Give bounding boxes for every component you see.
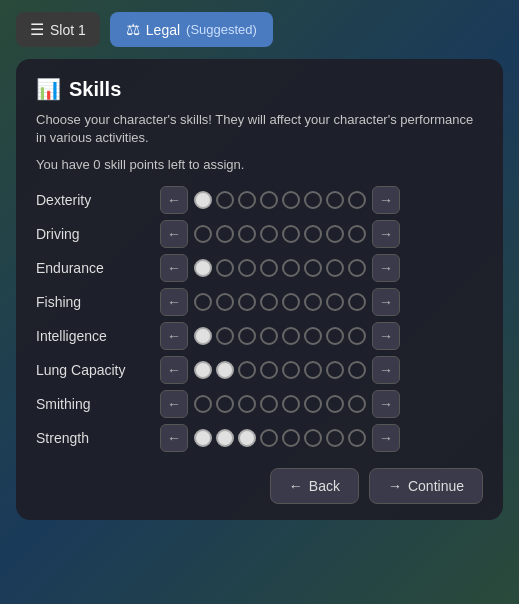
skill-decrement-4[interactable]: ← <box>160 322 188 350</box>
continue-button[interactable]: → Continue <box>369 468 483 504</box>
skill-increment-6[interactable]: → <box>372 390 400 418</box>
dot <box>348 395 366 413</box>
skill-row: Intelligence←→ <box>36 322 483 350</box>
dot <box>304 259 322 277</box>
dot <box>216 293 234 311</box>
skill-row: Smithing←→ <box>36 390 483 418</box>
dot <box>194 225 212 243</box>
skill-dots-6 <box>194 395 366 413</box>
dot <box>282 259 300 277</box>
dot <box>260 327 278 345</box>
dot <box>216 327 234 345</box>
dot <box>238 225 256 243</box>
skill-decrement-3[interactable]: ← <box>160 288 188 316</box>
skill-dots-7 <box>194 429 366 447</box>
skill-name-lung-capacity: Lung Capacity <box>36 362 154 378</box>
skill-increment-0[interactable]: → <box>372 186 400 214</box>
continue-arrow-icon: → <box>388 478 402 494</box>
dot <box>304 191 322 209</box>
dot <box>260 293 278 311</box>
dot <box>348 293 366 311</box>
skill-decrement-6[interactable]: ← <box>160 390 188 418</box>
dot <box>326 361 344 379</box>
dot <box>326 259 344 277</box>
legal-button[interactable]: ⚖ Legal (Suggested) <box>110 12 273 47</box>
dot <box>238 361 256 379</box>
skill-decrement-5[interactable]: ← <box>160 356 188 384</box>
back-arrow-icon: ← <box>289 478 303 494</box>
dot <box>238 429 256 447</box>
skill-dots-4 <box>194 327 366 345</box>
skill-decrement-1[interactable]: ← <box>160 220 188 248</box>
bottom-bar: ← Back → Continue <box>36 468 483 504</box>
skills-list: Dexterity←→Driving←→Endurance←→Fishing←→… <box>36 186 483 452</box>
slot-label: Slot 1 <box>50 22 86 38</box>
dot <box>348 259 366 277</box>
hamburger-icon: ☰ <box>30 20 44 39</box>
dot <box>282 293 300 311</box>
skill-name-endurance: Endurance <box>36 260 154 276</box>
skill-points-info: You have 0 skill points left to assign. <box>36 157 483 172</box>
skills-panel: 📊 Skills Choose your character's skills!… <box>16 59 503 520</box>
skill-dots-2 <box>194 259 366 277</box>
dot <box>260 225 278 243</box>
panel-description: Choose your character's skills! They wil… <box>36 111 483 147</box>
dot <box>348 225 366 243</box>
dot <box>282 225 300 243</box>
dot <box>216 225 234 243</box>
skill-decrement-0[interactable]: ← <box>160 186 188 214</box>
dot <box>260 361 278 379</box>
dot <box>326 429 344 447</box>
skill-row: Endurance←→ <box>36 254 483 282</box>
dot <box>326 225 344 243</box>
skills-icon: 📊 <box>36 77 61 101</box>
dot <box>348 327 366 345</box>
dot <box>194 327 212 345</box>
skill-row: Dexterity←→ <box>36 186 483 214</box>
skill-increment-7[interactable]: → <box>372 424 400 452</box>
skill-dots-0 <box>194 191 366 209</box>
skill-dots-5 <box>194 361 366 379</box>
legal-suggested: (Suggested) <box>186 22 257 37</box>
dot <box>304 361 322 379</box>
dot <box>238 191 256 209</box>
skill-name-fishing: Fishing <box>36 294 154 310</box>
back-button[interactable]: ← Back <box>270 468 359 504</box>
dot <box>326 191 344 209</box>
skill-decrement-7[interactable]: ← <box>160 424 188 452</box>
dot <box>326 395 344 413</box>
skill-decrement-2[interactable]: ← <box>160 254 188 282</box>
skill-row: Fishing←→ <box>36 288 483 316</box>
top-bar: ☰ Slot 1 ⚖ Legal (Suggested) <box>16 12 503 47</box>
back-label: Back <box>309 478 340 494</box>
slot-button[interactable]: ☰ Slot 1 <box>16 12 100 47</box>
skill-increment-1[interactable]: → <box>372 220 400 248</box>
dot <box>260 429 278 447</box>
skill-name-strength: Strength <box>36 430 154 446</box>
dot <box>238 327 256 345</box>
panel-title: Skills <box>69 78 121 101</box>
dot <box>194 259 212 277</box>
dot <box>260 259 278 277</box>
dot <box>260 191 278 209</box>
skill-row: Strength←→ <box>36 424 483 452</box>
dot <box>348 191 366 209</box>
dot <box>216 395 234 413</box>
dot <box>194 395 212 413</box>
skill-increment-4[interactable]: → <box>372 322 400 350</box>
dot <box>216 361 234 379</box>
skill-increment-3[interactable]: → <box>372 288 400 316</box>
skill-increment-2[interactable]: → <box>372 254 400 282</box>
skill-increment-5[interactable]: → <box>372 356 400 384</box>
dot <box>304 293 322 311</box>
dot <box>194 191 212 209</box>
dot <box>194 361 212 379</box>
dot <box>304 395 322 413</box>
dot <box>194 429 212 447</box>
dot <box>238 395 256 413</box>
scales-icon: ⚖ <box>126 20 140 39</box>
dot <box>304 225 322 243</box>
dot <box>282 327 300 345</box>
panel-header: 📊 Skills <box>36 77 483 101</box>
dot <box>216 191 234 209</box>
